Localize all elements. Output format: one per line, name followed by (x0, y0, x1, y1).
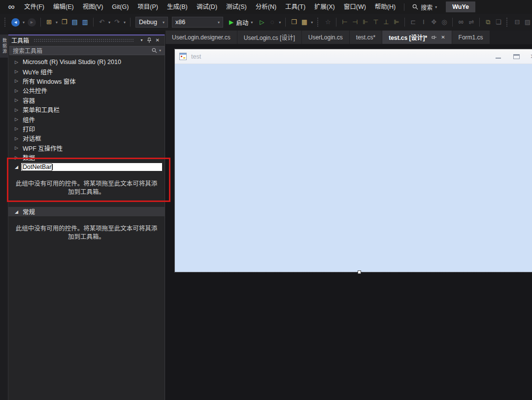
window-position-menu-icon[interactable]: ▾ (139, 38, 145, 42)
menu-item-12[interactable]: 帮助(H) (370, 3, 400, 10)
expander-expanded-icon[interactable]: ◢ (15, 165, 19, 169)
toolbar-grip[interactable] (4, 18, 7, 27)
bring-to-front-icon[interactable]: ⧉ (483, 17, 493, 28)
toolbox-group-8[interactable]: ▷对话框 (8, 133, 165, 143)
expander-collapsed-icon[interactable]: ▷ (15, 136, 19, 141)
menu-item-4[interactable]: 项目(P) (133, 3, 163, 10)
dropdown-caret-icon[interactable]: ▾ (278, 20, 282, 25)
toolbox-group-4[interactable]: ▷容器 (8, 96, 165, 105)
navigate-back-icon[interactable]: ◄ (11, 18, 20, 27)
solution-platform-select[interactable]: x86▾ (172, 17, 223, 28)
expander-collapsed-icon[interactable]: ▷ (15, 117, 19, 122)
expander-collapsed-icon[interactable]: ▷ (15, 98, 19, 102)
menu-item-9[interactable]: 工具(T) (281, 3, 310, 10)
solution-configuration-select[interactable]: Debug▾ (135, 17, 168, 28)
designer-canvas[interactable]: test ✕ (166, 44, 532, 400)
document-tab-2[interactable]: UserLogin.cs (302, 31, 349, 44)
tab-order-icon[interactable]: ⊟ (512, 17, 522, 28)
toolbox-group-general[interactable]: ◢ 常规 (8, 207, 165, 216)
designed-form[interactable]: test ✕ (175, 49, 532, 272)
search-menu-button[interactable]: 搜索 ▾ (408, 3, 441, 11)
expander-collapsed-icon[interactable]: ▷ (15, 60, 19, 65)
vertical-spacing-icon[interactable]: ⇌ (466, 17, 476, 28)
toolbox-group-0[interactable]: ▷Microsoft (R) Visual Studio (R) 2010 (8, 57, 165, 67)
dropdown-caret-icon[interactable]: ▾ (55, 20, 59, 25)
menu-item-3[interactable]: Git(G) (107, 3, 133, 10)
expander-collapsed-icon[interactable]: ▷ (15, 69, 19, 74)
menu-item-1[interactable]: 编辑(E) (49, 3, 78, 10)
hot-reload-icon[interactable]: ◌ (267, 17, 277, 28)
group-rename-input[interactable]: DotNetBar (21, 163, 162, 171)
size-to-grid-icon[interactable]: ◎ (439, 17, 449, 28)
toolbox-search-input[interactable]: 搜索工具箱 ▾ (9, 46, 165, 55)
align-rights-icon[interactable]: ⊩ (361, 17, 370, 28)
make-same-size-icon[interactable]: ✥ (429, 17, 438, 28)
navigate-forward-icon[interactable]: ► (28, 18, 36, 27)
close-icon[interactable]: ✕ (441, 34, 445, 40)
dropdown-caret-icon[interactable]: ▾ (123, 20, 127, 25)
form-resize-handle[interactable] (358, 270, 361, 274)
form-maximize-button[interactable] (513, 54, 520, 59)
data-sources-vertical-tab[interactable]: 数据源 (0, 34, 8, 58)
feedback-icon[interactable]: ☆ (323, 17, 332, 28)
toolbox-group-5[interactable]: ▷菜单和工具栏 (8, 105, 165, 114)
toolbar-grip[interactable] (317, 18, 320, 27)
expander-collapsed-icon[interactable]: ▷ (15, 126, 19, 131)
pin-icon[interactable] (145, 37, 154, 43)
start-without-debugging-icon[interactable]: ▷ (257, 17, 266, 28)
expander-collapsed-icon[interactable]: ▷ (15, 145, 19, 150)
toolbar-grip[interactable] (506, 18, 509, 27)
align-lefts-icon[interactable]: ⊢ (340, 17, 349, 28)
toolbox-group-3[interactable]: ▷公共控件 (8, 86, 165, 95)
menu-item-10[interactable]: 扩展(X) (310, 3, 339, 10)
align-middles-icon[interactable]: ⊥ (381, 17, 391, 28)
expander-collapsed-icon[interactable]: ▷ (15, 88, 19, 93)
align-tops-icon[interactable]: ⊤ (371, 17, 380, 28)
menu-item-6[interactable]: 调试(D) (192, 3, 222, 10)
toolbox-group-7[interactable]: ▷打印 (8, 124, 165, 133)
toolbox-group-10[interactable]: ▷数据 (8, 153, 165, 162)
expander-expanded-icon[interactable]: ◢ (15, 209, 19, 214)
start-debug-button[interactable]: ▶启动▾ (226, 16, 256, 28)
save-icon[interactable]: ▤ (70, 17, 79, 28)
form-title-bar[interactable]: test ✕ (175, 49, 532, 64)
toolbox-group-2[interactable]: ▷所有 Windows 窗体 (8, 76, 165, 86)
query-designer-icon[interactable]: ▨ (523, 17, 532, 28)
expander-collapsed-icon[interactable]: ▷ (15, 107, 19, 112)
redo-icon[interactable]: ↷ (112, 17, 122, 28)
document-tab-3[interactable]: test.cs* (350, 31, 382, 44)
make-same-width-icon[interactable]: ⊏ (408, 17, 418, 28)
undo-icon[interactable]: ↶ (97, 17, 106, 28)
toolbox-group-6[interactable]: ▷组件 (8, 114, 165, 124)
toolbox-group-dotnetbar[interactable]: ◢ DotNetBar (8, 163, 165, 171)
find-in-files-icon[interactable]: ❒ (289, 17, 299, 28)
menu-item-2[interactable]: 视图(V) (78, 3, 108, 10)
menu-item-8[interactable]: 分析(N) (251, 3, 281, 10)
document-tab-5[interactable]: Form1.cs (452, 31, 490, 44)
align-bottoms-icon[interactable]: ⊫ (392, 17, 401, 28)
open-file-icon[interactable]: ❐ (60, 17, 69, 28)
pin-icon[interactable] (432, 34, 437, 40)
toolbox-group-1[interactable]: ▷WuYe 组件 (8, 67, 165, 76)
document-tab-0[interactable]: UserLogin.designer.cs (166, 31, 237, 44)
document-tab-4[interactable]: test.cs [设计]*✕ (382, 31, 451, 44)
document-tab-1[interactable]: UserLogin.cs [设计] (237, 31, 301, 44)
horizontal-spacing-icon[interactable]: 00 (456, 17, 466, 28)
account-button[interactable]: WuYe (446, 1, 475, 12)
dropdown-caret-icon[interactable]: ▾ (107, 20, 111, 25)
menu-item-7[interactable]: 测试(S) (222, 3, 251, 10)
menu-item-5[interactable]: 生成(B) (163, 3, 192, 10)
form-close-button[interactable]: ✕ (530, 49, 532, 64)
dropdown-caret-icon[interactable]: ▾ (22, 20, 26, 25)
align-centers-icon[interactable]: ⊣ (350, 17, 360, 28)
send-to-back-icon[interactable]: ❏ (494, 17, 503, 28)
dropdown-caret-icon[interactable]: ▾ (310, 20, 314, 25)
make-same-height-icon[interactable]: Ⅰ (419, 17, 428, 28)
expander-collapsed-icon[interactable]: ▷ (15, 78, 19, 83)
close-icon[interactable]: ✕ (154, 37, 162, 43)
toolbox-group-9[interactable]: ▷WPF 互操作性 (8, 143, 165, 153)
save-all-icon[interactable]: ▥ (80, 17, 90, 28)
toolbox-title-bar[interactable]: 工具箱 ▾ ✕ (8, 35, 165, 45)
menu-item-11[interactable]: 窗口(W) (339, 3, 370, 10)
form-minimize-button[interactable] (496, 58, 501, 59)
